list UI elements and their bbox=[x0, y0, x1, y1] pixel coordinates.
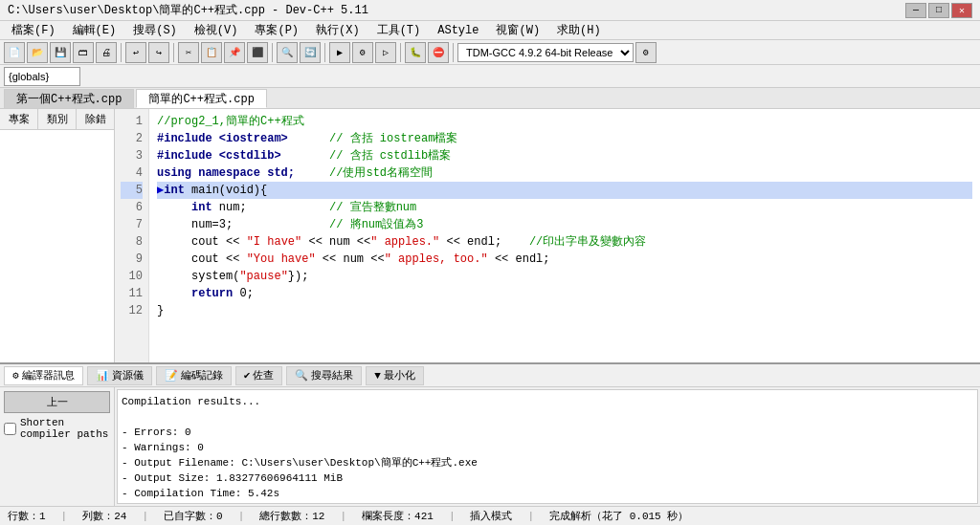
toolbar-sep-5 bbox=[400, 43, 401, 62]
tab-1[interactable]: 簡單的C++程式.cpp bbox=[136, 89, 266, 108]
code-editor[interactable]: //prog2_1,簡單的C++程式#include <iostream> //… bbox=[149, 109, 980, 362]
status-mode: 插入模式 bbox=[470, 509, 512, 523]
debug-icon: ✔ bbox=[244, 369, 251, 382]
sidebar-content bbox=[0, 130, 114, 362]
cut-button[interactable]: ✂ bbox=[178, 42, 199, 63]
save-button[interactable]: 💾 bbox=[50, 42, 71, 63]
bottom-left-panel: 上一 Shorten compiler paths bbox=[0, 387, 115, 506]
shorten-check: Shorten compiler paths bbox=[4, 417, 110, 440]
menu-tools[interactable]: 工具(T) bbox=[369, 20, 429, 40]
shorten-label: Shorten compiler paths bbox=[20, 417, 110, 440]
main-area: 專案 類別 除錯 1234 5 6789101112 //prog2_1,簡單的… bbox=[0, 109, 980, 362]
status-bar: 行數：1 | 列數：24 | 已自字數：0 | 總行數數：12 | 欄案長度：4… bbox=[0, 506, 980, 525]
compile-run-button[interactable]: ▶ bbox=[329, 42, 350, 63]
menu-file[interactable]: 檔案(F) bbox=[4, 20, 63, 40]
bottom-tab-minimize[interactable]: ▼ 最小化 bbox=[366, 366, 424, 385]
bottom-tab-compiler[interactable]: ⚙ 編譯器訊息 bbox=[4, 366, 83, 385]
compiler-icon: ⚙ bbox=[12, 369, 19, 382]
selectall-button[interactable]: ⬛ bbox=[247, 42, 268, 63]
maximize-button[interactable]: □ bbox=[928, 3, 949, 18]
redo-button[interactable]: ↪ bbox=[148, 42, 169, 63]
status-sel: 已自字數：0 bbox=[164, 509, 223, 523]
paste-button[interactable]: 📌 bbox=[224, 42, 245, 63]
log-icon: 📝 bbox=[165, 369, 178, 382]
status-col: 列數：24 bbox=[82, 509, 126, 523]
line-numbers: 1234 5 6789101112 bbox=[115, 109, 149, 362]
new-button[interactable]: 📄 bbox=[4, 42, 25, 63]
tabs-row: 第一個C++程式.cpp 簡單的C++程式.cpp bbox=[0, 88, 980, 109]
resources-icon: 📊 bbox=[96, 369, 109, 382]
sidebar-tab-project[interactable]: 專案 bbox=[0, 109, 38, 129]
toolbar-sep-4 bbox=[324, 43, 325, 62]
open-button[interactable]: 📂 bbox=[27, 42, 48, 63]
status-info: 完成解析（花了 0.015 秒） bbox=[549, 509, 688, 523]
toolbar-sep-3 bbox=[272, 43, 273, 62]
status-lines: 總行數數：12 bbox=[259, 509, 324, 523]
toolbar-sep-1 bbox=[121, 43, 122, 62]
menu-help[interactable]: 求助(H) bbox=[549, 20, 609, 40]
editor-area: 1234 5 6789101112 //prog2_1,簡單的C++程式#inc… bbox=[115, 109, 980, 362]
compile-btn[interactable]: 上一 bbox=[4, 391, 110, 413]
find-button[interactable]: 🔍 bbox=[277, 42, 298, 63]
menu-search[interactable]: 搜尋(S) bbox=[125, 20, 185, 40]
bottom-tab-debug[interactable]: ✔ 佐查 bbox=[235, 366, 283, 385]
globals-input[interactable] bbox=[4, 67, 80, 86]
run-button[interactable]: ▷ bbox=[375, 42, 396, 63]
close-button[interactable]: ✕ bbox=[951, 3, 972, 18]
print-button[interactable]: 🖨 bbox=[96, 42, 117, 63]
tab-0[interactable]: 第一個C++程式.cpp bbox=[4, 89, 134, 108]
compile-button[interactable]: ⚙ bbox=[352, 42, 373, 63]
title-controls: — □ ✕ bbox=[905, 3, 972, 18]
save-all-button[interactable]: 🗃 bbox=[73, 42, 94, 63]
menu-project[interactable]: 專案(P) bbox=[247, 20, 306, 40]
bottom-tabs: ⚙ 編譯器訊息 📊 資源儀 📝 編碼記錄 ✔ 佐查 🔍 搜尋結果 ▼ 最小化 bbox=[0, 364, 980, 387]
code-content[interactable]: 1234 5 6789101112 //prog2_1,簡單的C++程式#inc… bbox=[115, 109, 980, 362]
search-icon: 🔍 bbox=[295, 369, 308, 382]
bottom-tab-log[interactable]: 📝 編碼記錄 bbox=[156, 366, 232, 385]
toolbar-sep-6 bbox=[453, 43, 454, 62]
bottom-tab-resources[interactable]: 📊 資源儀 bbox=[87, 366, 152, 385]
toolbar-2 bbox=[0, 65, 980, 88]
menu-view[interactable]: 檢視(V) bbox=[187, 20, 246, 40]
title-bar: C:\Users\user\Desktop\簡單的C++程式.cpp - Dev… bbox=[0, 0, 980, 21]
menu-edit[interactable]: 編輯(E) bbox=[65, 20, 124, 40]
menu-astyle[interactable]: AStyle bbox=[430, 22, 486, 39]
status-row: 行數：1 bbox=[8, 509, 46, 523]
menu-run[interactable]: 執行(X) bbox=[308, 20, 368, 40]
status-chars: 欄案長度：421 bbox=[362, 509, 434, 523]
minimize-icon: ▼ bbox=[374, 370, 381, 382]
sidebar-tab-class[interactable]: 類別 bbox=[38, 109, 77, 129]
undo-button[interactable]: ↩ bbox=[125, 42, 146, 63]
toolbar-sep-2 bbox=[173, 43, 174, 62]
compiler-settings-button[interactable]: ⚙ bbox=[635, 42, 657, 63]
compiler-select[interactable]: TDM-GCC 4.9.2 64-bit Release bbox=[457, 43, 634, 62]
sidebar-tabs: 專案 類別 除錯 bbox=[0, 109, 114, 130]
stop-button[interactable]: ⛔ bbox=[428, 42, 449, 63]
output-area: Compilation results...- Errors: 0- Warni… bbox=[117, 389, 978, 504]
replace-button[interactable]: 🔄 bbox=[300, 42, 321, 63]
menu-window[interactable]: 視窗(W) bbox=[488, 20, 547, 40]
bottom-content: 上一 Shorten compiler paths Compilation re… bbox=[0, 387, 980, 506]
menu-bar: 檔案(F) 編輯(E) 搜尋(S) 檢視(V) 專案(P) 執行(X) 工具(T… bbox=[0, 21, 980, 40]
copy-button[interactable]: 📋 bbox=[201, 42, 222, 63]
minimize-button[interactable]: — bbox=[905, 3, 926, 18]
shorten-checkbox[interactable] bbox=[4, 423, 16, 435]
sidebar-tab-debug[interactable]: 除錯 bbox=[77, 109, 114, 129]
bottom-panel: ⚙ 編譯器訊息 📊 資源儀 📝 編碼記錄 ✔ 佐查 🔍 搜尋結果 ▼ 最小化 上… bbox=[0, 362, 980, 506]
title-text: C:\Users\user\Desktop\簡單的C++程式.cpp - Dev… bbox=[8, 2, 368, 18]
debug-button[interactable]: 🐛 bbox=[405, 42, 426, 63]
bottom-tab-search[interactable]: 🔍 搜尋結果 bbox=[286, 366, 362, 385]
toolbar-1: 📄 📂 💾 🗃 🖨 ↩ ↪ ✂ 📋 📌 ⬛ 🔍 🔄 ▶ ⚙ ▷ 🐛 ⛔ TDM-… bbox=[0, 40, 980, 65]
sidebar: 專案 類別 除錯 bbox=[0, 109, 115, 362]
